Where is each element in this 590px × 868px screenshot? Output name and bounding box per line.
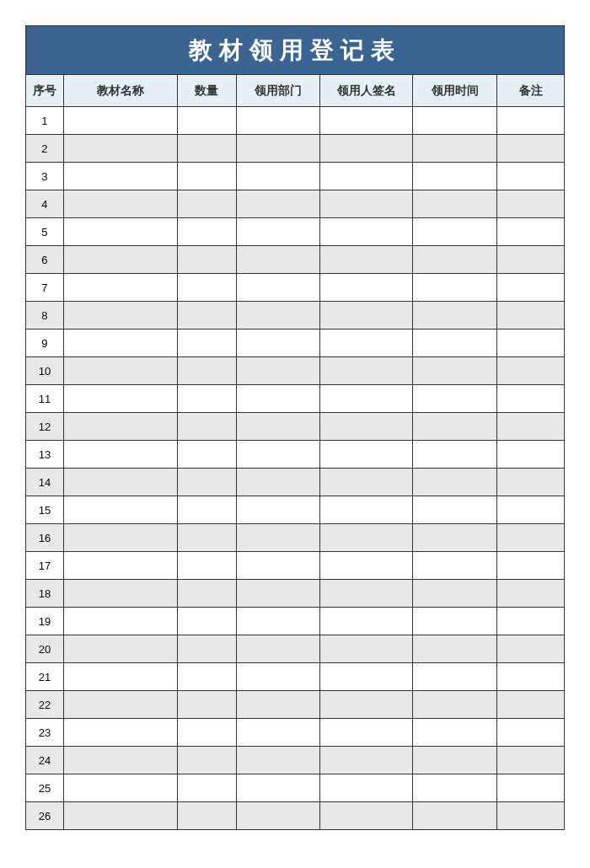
cell-dept: [236, 441, 320, 469]
cell-sign: [320, 635, 413, 663]
cell-remark: [497, 496, 565, 524]
cell-dept: [236, 802, 320, 830]
table-row: 5: [26, 218, 565, 246]
cell-seq: 25: [26, 774, 64, 802]
cell-name: [63, 107, 177, 135]
cell-qty: [177, 496, 236, 524]
cell-time: [413, 190, 497, 218]
cell-time: [413, 330, 497, 357]
cell-sign: [320, 524, 413, 552]
cell-qty: [177, 218, 236, 246]
cell-sign: [320, 246, 413, 274]
table-row: 26: [26, 802, 565, 830]
cell-name: [63, 469, 177, 496]
cell-seq: 26: [26, 802, 64, 830]
table-row: 3: [26, 163, 565, 190]
cell-time: [413, 691, 497, 719]
cell-qty: [177, 469, 236, 496]
cell-remark: [497, 580, 565, 608]
table-row: 14: [26, 469, 565, 496]
cell-seq: 12: [26, 413, 64, 441]
registration-table: 教材领用登记表 序号 教材名称 数量 领用部门 领用人签名 领用时间 备注 12…: [25, 25, 565, 830]
table-row: 18: [26, 580, 565, 608]
cell-seq: 8: [26, 302, 64, 330]
cell-time: [413, 385, 497, 413]
cell-qty: [177, 357, 236, 385]
cell-time: [413, 357, 497, 385]
cell-qty: [177, 246, 236, 274]
cell-dept: [236, 552, 320, 580]
cell-sign: [320, 469, 413, 496]
cell-time: [413, 747, 497, 774]
header-name: 教材名称: [63, 75, 177, 107]
cell-dept: [236, 190, 320, 218]
cell-seq: 19: [26, 608, 64, 635]
cell-seq: 20: [26, 635, 64, 663]
cell-dept: [236, 719, 320, 747]
cell-name: [63, 608, 177, 635]
cell-time: [413, 774, 497, 802]
cell-sign: [320, 608, 413, 635]
cell-dept: [236, 246, 320, 274]
table-row: 2: [26, 135, 565, 163]
table-row: 9: [26, 330, 565, 357]
cell-name: [63, 802, 177, 830]
cell-sign: [320, 663, 413, 691]
cell-sign: [320, 802, 413, 830]
cell-time: [413, 552, 497, 580]
cell-seq: 11: [26, 385, 64, 413]
cell-remark: [497, 330, 565, 357]
table-row: 23: [26, 719, 565, 747]
cell-sign: [320, 441, 413, 469]
cell-name: [63, 274, 177, 302]
cell-name: [63, 135, 177, 163]
cell-seq: 21: [26, 663, 64, 691]
cell-dept: [236, 608, 320, 635]
cell-sign: [320, 719, 413, 747]
cell-sign: [320, 747, 413, 774]
cell-seq: 16: [26, 524, 64, 552]
cell-name: [63, 441, 177, 469]
cell-remark: [497, 608, 565, 635]
cell-name: [63, 691, 177, 719]
cell-time: [413, 663, 497, 691]
cell-dept: [236, 135, 320, 163]
cell-name: [63, 218, 177, 246]
cell-sign: [320, 163, 413, 190]
cell-qty: [177, 135, 236, 163]
cell-sign: [320, 385, 413, 413]
cell-name: [63, 246, 177, 274]
cell-time: [413, 469, 497, 496]
cell-seq: 6: [26, 246, 64, 274]
cell-remark: [497, 802, 565, 830]
table-row: 24: [26, 747, 565, 774]
table-title: 教材领用登记表: [26, 26, 565, 75]
cell-name: [63, 524, 177, 552]
cell-seq: 10: [26, 357, 64, 385]
cell-time: [413, 218, 497, 246]
cell-time: [413, 274, 497, 302]
table-row: 10: [26, 357, 565, 385]
cell-qty: [177, 330, 236, 357]
cell-name: [63, 635, 177, 663]
table-row: 6: [26, 246, 565, 274]
cell-dept: [236, 413, 320, 441]
cell-remark: [497, 190, 565, 218]
cell-time: [413, 163, 497, 190]
cell-name: [63, 496, 177, 524]
cell-name: [63, 580, 177, 608]
cell-qty: [177, 302, 236, 330]
cell-qty: [177, 580, 236, 608]
cell-dept: [236, 774, 320, 802]
cell-dept: [236, 274, 320, 302]
header-remark: 备注: [497, 75, 565, 107]
cell-time: [413, 635, 497, 663]
cell-sign: [320, 274, 413, 302]
cell-name: [63, 190, 177, 218]
cell-remark: [497, 163, 565, 190]
cell-seq: 22: [26, 691, 64, 719]
cell-dept: [236, 385, 320, 413]
cell-sign: [320, 552, 413, 580]
table-row: 16: [26, 524, 565, 552]
cell-name: [63, 719, 177, 747]
